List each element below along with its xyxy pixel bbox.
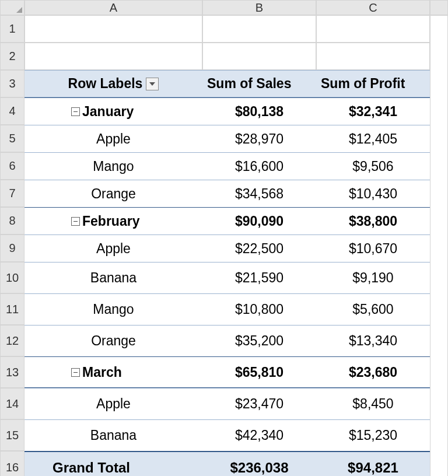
row-header-16[interactable]: 16 — [0, 451, 24, 476]
collapse-icon[interactable] — [71, 107, 80, 116]
cell-C2[interactable] — [316, 43, 430, 70]
row-header-11[interactable]: 11 — [0, 293, 24, 325]
cell-A2[interactable] — [24, 43, 202, 70]
filter-dropdown-icon[interactable] — [146, 78, 159, 90]
cell-A1[interactable] — [24, 15, 202, 43]
row-header-14[interactable]: 14 — [0, 388, 24, 419]
pivot-item[interactable]: Apple — [24, 388, 202, 419]
pivot-cell[interactable]: $22,500 — [202, 235, 316, 262]
row-labels-text: Row Labels — [68, 76, 143, 92]
row-header-9[interactable]: 9 — [0, 235, 24, 262]
pivot-cell[interactable]: $10,430 — [316, 180, 430, 207]
pivot-cell[interactable]: $35,200 — [202, 325, 316, 356]
group-label: February — [82, 214, 139, 229]
pivot-header-profit[interactable]: Sum of Profit — [316, 70, 430, 97]
pivot-item[interactable]: Orange — [24, 325, 202, 356]
pivot-cell[interactable]: $5,600 — [316, 293, 430, 325]
column-header-B[interactable]: B — [202, 0, 316, 15]
group-label: March — [82, 365, 122, 380]
pivot-cell[interactable]: $10,800 — [202, 293, 316, 325]
pivot-group-january[interactable]: January — [24, 97, 202, 125]
pivot-cell[interactable]: $65,810 — [202, 356, 316, 388]
row-header-13[interactable]: 13 — [0, 356, 24, 388]
spreadsheet-grid: A B C 1 2 3 4 5 6 7 8 9 10 11 12 13 14 1… — [0, 0, 448, 476]
row-header-8[interactable]: 8 — [0, 207, 24, 235]
row-header-7[interactable]: 7 — [0, 180, 24, 207]
row-header-15[interactable]: 15 — [0, 419, 24, 451]
pivot-group-march[interactable]: March — [24, 356, 202, 388]
pivot-cell[interactable]: $8,450 — [316, 388, 430, 419]
group-label: January — [82, 104, 134, 120]
collapse-icon[interactable] — [71, 368, 80, 377]
pivot-cell[interactable]: $9,190 — [316, 262, 430, 293]
pivot-item[interactable]: Mango — [24, 152, 202, 180]
pivot-cell[interactable]: $21,590 — [202, 262, 316, 293]
cell-B2[interactable] — [202, 43, 316, 70]
pivot-cell[interactable]: $28,970 — [202, 125, 316, 152]
pivot-cell[interactable]: $16,600 — [202, 152, 316, 180]
pivot-item[interactable]: Banana — [24, 262, 202, 293]
pivot-item[interactable]: Orange — [24, 180, 202, 207]
pivot-group-february[interactable]: February — [24, 207, 202, 235]
pivot-grand-total-label[interactable]: Grand Total — [24, 451, 202, 476]
pivot-cell[interactable]: $13,340 — [316, 325, 430, 356]
pivot-cell[interactable]: $38,800 — [316, 207, 430, 235]
row-header-1[interactable]: 1 — [0, 15, 24, 43]
pivot-cell[interactable]: $80,138 — [202, 97, 316, 125]
pivot-cell[interactable]: $12,405 — [316, 125, 430, 152]
cell-C1[interactable] — [316, 15, 430, 43]
pivot-cell[interactable]: $90,090 — [202, 207, 316, 235]
collapse-icon[interactable] — [71, 217, 80, 226]
pivot-cell[interactable]: $23,470 — [202, 388, 316, 419]
row-header-5[interactable]: 5 — [0, 125, 24, 152]
pivot-item[interactable]: Banana — [24, 419, 202, 451]
pivot-cell[interactable]: $34,568 — [202, 180, 316, 207]
pivot-item[interactable]: Apple — [24, 235, 202, 262]
pivot-header-row-labels[interactable]: Row Labels — [24, 70, 202, 97]
row-header-4[interactable]: 4 — [0, 97, 24, 125]
pivot-grand-total-profit[interactable]: $94,821 — [316, 451, 430, 476]
pivot-cell[interactable]: $23,680 — [316, 356, 430, 388]
pivot-item[interactable]: Apple — [24, 125, 202, 152]
pivot-cell[interactable]: $9,506 — [316, 152, 430, 180]
pivot-header-sales[interactable]: Sum of Sales — [202, 70, 316, 97]
column-header-C[interactable]: C — [316, 0, 430, 15]
column-header-D-partial[interactable] — [430, 0, 448, 15]
row-header-12[interactable]: 12 — [0, 325, 24, 356]
pivot-cell[interactable]: $15,230 — [316, 419, 430, 451]
select-all-triangle[interactable] — [0, 0, 24, 15]
cell-D-partial[interactable] — [430, 15, 448, 476]
pivot-cell[interactable]: $42,340 — [202, 419, 316, 451]
row-header-2[interactable]: 2 — [0, 43, 24, 70]
row-header-3[interactable]: 3 — [0, 70, 24, 97]
pivot-item[interactable]: Mango — [24, 293, 202, 325]
row-header-10[interactable]: 10 — [0, 262, 24, 293]
row-header-6[interactable]: 6 — [0, 152, 24, 180]
cell-B1[interactable] — [202, 15, 316, 43]
pivot-cell[interactable]: $10,670 — [316, 235, 430, 262]
pivot-cell[interactable]: $32,341 — [316, 97, 430, 125]
column-header-A[interactable]: A — [24, 0, 202, 15]
pivot-grand-total-sales[interactable]: $236,038 — [202, 451, 316, 476]
